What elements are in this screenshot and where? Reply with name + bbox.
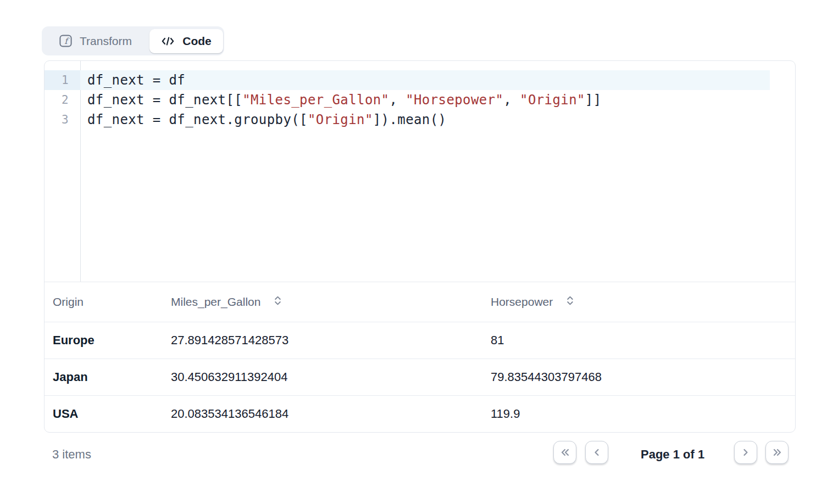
cell-miles-per-gallon: 20.083534136546184 [171,407,491,421]
next-page-button[interactable] [734,441,757,464]
chevron-right-icon [740,447,751,458]
sort-updown-icon[interactable] [566,295,574,309]
column-header-origin[interactable]: Origin [45,295,171,309]
chevron-left-icon [591,447,602,458]
cell-horsepower: 119.9 [491,407,795,421]
tab-code-label: Code [182,35,212,48]
code-token: , [389,92,406,108]
code-editor-lines: 1df_next = df2df_next = df_next[["Miles_… [45,70,795,130]
tab-transform-label: Transform [80,35,132,48]
table-body: Europe27.89142857142857381Japan30.450632… [45,322,795,432]
function-icon: f [59,35,72,47]
line-number: 1 [45,70,80,90]
app-window: f Transform Code 1df_next = df2df_next =… [0,0,833,504]
page-indicator: Page 1 of 1 [641,447,704,462]
code-token-string: "Origin" [308,112,373,127]
column-header-label: Origin [53,295,84,309]
last-page-button[interactable] [765,441,788,464]
sort-updown-icon[interactable] [274,295,282,309]
table-row[interactable]: Europe27.89142857142857381 [45,322,795,359]
view-toggle-tabbar: f Transform Code [42,26,224,55]
table-footer: 3 items Page 1 of 1 [44,433,796,477]
table-row[interactable]: Japan30.45063291139240479.83544303797468 [45,359,795,395]
code-token: ]] [585,92,602,108]
column-header-label: Miles_per_Gallon [171,295,260,309]
table-row[interactable]: USA20.083534136546184119.9 [45,395,795,432]
cell-horsepower: 81 [491,333,795,348]
line-number: 2 [45,90,80,110]
table-header-row: Origin Miles_per_Gallon Horsepower [45,282,795,322]
code-token: df_next = df_next[[ [87,92,242,108]
code-token-string: "Miles_per_Gallon" [242,92,389,108]
cell-miles-per-gallon: 27.891428571428573 [171,333,491,348]
result-table: Origin Miles_per_Gallon Horsepower [45,282,795,432]
code-token: df_next = df [87,72,185,88]
tab-code[interactable]: Code [149,29,223,53]
code-token: df_next = df_next.groupby([ [87,112,308,127]
double-chevron-left-icon [559,447,571,458]
code-line[interactable]: 1df_next = df [45,70,795,90]
tab-transform[interactable]: f Transform [42,26,149,55]
code-brackets-icon [161,35,175,47]
code-line-content: df_next = df_next[["Miles_per_Gallon", "… [80,90,770,110]
column-header-miles-per-gallon[interactable]: Miles_per_Gallon [171,295,491,309]
items-count: 3 items [52,447,91,462]
code-editor[interactable]: 1df_next = df2df_next = df_next[["Miles_… [45,61,795,282]
code-line[interactable]: 3df_next = df_next.groupby(["Origin"]).m… [45,110,795,130]
main-panel: 1df_next = df2df_next = df_next[["Miles_… [44,60,796,433]
line-number: 3 [45,110,80,130]
code-token-string: "Origin" [520,92,585,108]
column-header-label: Horsepower [491,295,553,309]
first-page-button[interactable] [553,441,576,464]
cell-miles-per-gallon: 30.450632911392404 [171,370,491,384]
svg-text:f: f [64,36,70,46]
code-line[interactable]: 2df_next = df_next[["Miles_per_Gallon", … [45,90,795,110]
code-token-string: "Horsepower" [406,92,503,108]
cell-horsepower: 79.83544303797468 [491,370,795,384]
cell-origin: Japan [45,370,171,384]
cell-origin: Europe [45,333,171,348]
double-chevron-right-icon [771,447,783,458]
code-line-content: df_next = df_next.groupby(["Origin"]).me… [80,110,770,130]
code-line-content: df_next = df [80,70,770,90]
code-token: , [503,92,520,108]
cell-origin: USA [45,407,171,421]
column-header-horsepower[interactable]: Horsepower [491,295,795,309]
code-token: ]).mean() [373,112,447,127]
previous-page-button[interactable] [585,441,608,464]
